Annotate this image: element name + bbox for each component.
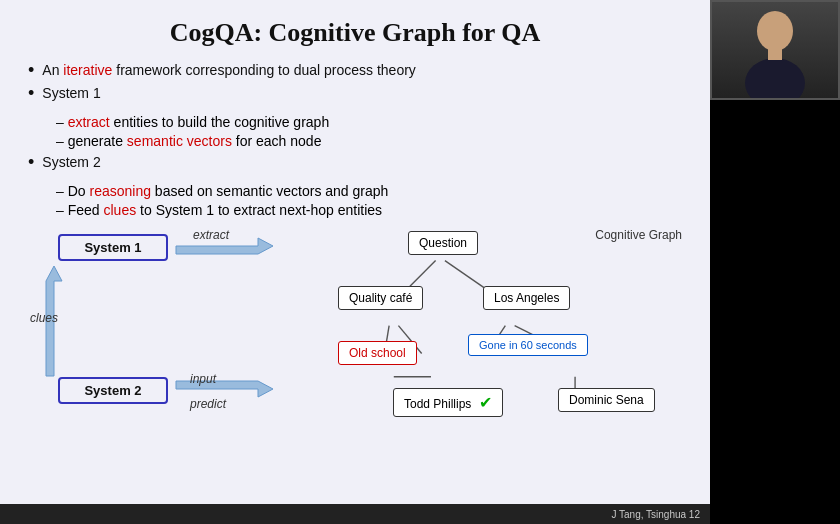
clues-word: clues — [104, 202, 137, 218]
bullet-text-1: An iterative framework corresponding to … — [42, 62, 416, 78]
system2-label: System 2 — [42, 154, 100, 170]
bullet-dot-3: • — [28, 152, 34, 173]
webcam-area — [710, 0, 840, 100]
bullet-dot-1: • — [28, 60, 34, 81]
footer-bar: J Tang, Tsinghua 12 — [0, 504, 710, 524]
webcam-person — [712, 2, 838, 98]
diagram-area: System 1 System 2 extract clues input pr… — [28, 226, 682, 416]
input-label: input — [190, 372, 216, 386]
semantic-vectors-word: semantic vectors — [127, 133, 232, 149]
bullet-item-1: • An iterative framework corresponding t… — [28, 62, 682, 81]
question-node: Question — [408, 231, 478, 255]
system2-sub-2: Feed clues to System 1 to extract next-h… — [56, 202, 682, 218]
sys2-box: System 2 — [58, 377, 168, 404]
old-school-node: Old school — [338, 341, 417, 365]
gone-60-node: Gone in 60 seconds — [468, 334, 588, 356]
system1-sub-1: extract entities to build the cognitive … — [56, 114, 682, 130]
svg-rect-15 — [768, 48, 782, 60]
system1-sub-2: generate semantic vectors for each node — [56, 133, 682, 149]
los-angeles-node: Los Angeles — [483, 286, 570, 310]
system2-sub-1: Do reasoning based on semantic vectors a… — [56, 183, 682, 199]
todd-phillips-node: Todd Phillips ✔ — [393, 388, 503, 417]
bullet-item-3: • System 2 — [28, 154, 682, 173]
svg-point-13 — [757, 11, 793, 51]
reasoning-word: reasoning — [89, 183, 151, 199]
sys1-box: System 1 — [58, 234, 168, 261]
system2-sublist: Do reasoning based on semantic vectors a… — [56, 183, 682, 218]
predict-label: predict — [190, 397, 226, 411]
bullet-list-2: • System 2 — [28, 154, 682, 173]
person-silhouette — [730, 3, 820, 98]
svg-point-14 — [745, 58, 805, 98]
footer-text: J Tang, Tsinghua 12 — [611, 509, 700, 520]
iterative-word: iterative — [63, 62, 112, 78]
checkmark-icon: ✔ — [479, 394, 492, 411]
right-diagram: Cognitive Graph Question Quality café Lo… — [338, 226, 682, 416]
cog-graph-label: Cognitive Graph — [595, 228, 682, 242]
extract-word: extract — [68, 114, 110, 130]
bullet-dot-2: • — [28, 83, 34, 104]
slide-area: CogQA: Cognitive Graph for QA • An itera… — [0, 0, 710, 524]
clues-label: clues — [30, 311, 58, 325]
quality-cafe-node: Quality café — [338, 286, 423, 310]
bullet-list: • An iterative framework corresponding t… — [28, 62, 682, 104]
left-diagram: System 1 System 2 extract clues input pr… — [28, 226, 338, 416]
slide-title: CogQA: Cognitive Graph for QA — [28, 18, 682, 48]
bullet-item-2: • System 1 — [28, 85, 682, 104]
system1-sublist: extract entities to build the cognitive … — [56, 114, 682, 149]
system1-label: System 1 — [42, 85, 100, 101]
dominic-sena-node: Dominic Sena — [558, 388, 655, 412]
extract-label: extract — [193, 228, 229, 242]
